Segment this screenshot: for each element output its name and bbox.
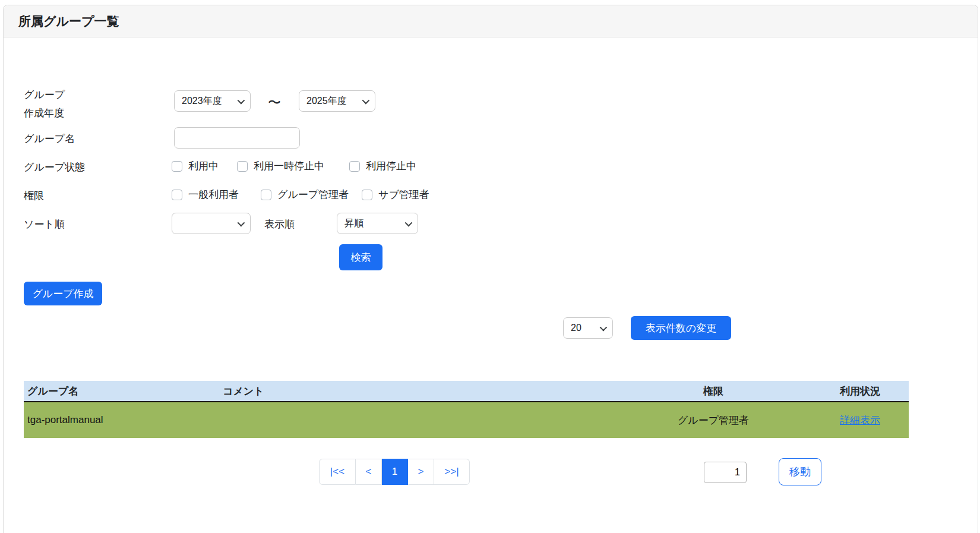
status-stopped-label: 利用停止中	[366, 159, 416, 173]
sort-select[interactable]	[172, 213, 251, 234]
cell-role: グループ管理者	[615, 414, 811, 427]
order-label: 表示順	[264, 217, 295, 231]
checkbox-status-stopped[interactable]	[349, 161, 360, 172]
order-value: 昇順	[344, 217, 363, 230]
group-name-label: グループ名	[24, 132, 75, 146]
col-header-usage: 利用状況	[811, 384, 909, 398]
group-list-card: 所属グループ一覧	[3, 5, 978, 533]
year-to-value: 2025年度	[306, 95, 347, 108]
role-option-sub-admin: サブ管理者	[362, 188, 429, 201]
checkbox-status-active[interactable]	[172, 161, 182, 172]
year-range-label-line1: グループ	[24, 86, 65, 104]
chevron-down-icon	[362, 96, 370, 104]
checkbox-role-general[interactable]	[172, 190, 182, 200]
year-range-label-line2: 作成年度	[24, 104, 65, 122]
range-tilde: 〜	[268, 94, 281, 112]
role-option-general: 一般利用者	[172, 188, 239, 201]
search-button[interactable]: 検索	[339, 244, 382, 270]
col-header-group-name: グループ名	[24, 384, 223, 398]
cell-group-name: tga-portalmanual	[24, 414, 223, 426]
group-status-label: グループ状態	[24, 160, 85, 174]
year-from-value: 2023年度	[182, 95, 222, 108]
table-row: tga-portalmanual グループ管理者 詳細表示	[24, 402, 909, 438]
page-current-button[interactable]: 1	[382, 459, 408, 485]
checkbox-role-group-admin[interactable]	[261, 190, 271, 200]
create-group-button[interactable]: グループ作成	[24, 282, 102, 305]
col-header-comment: コメント	[223, 384, 615, 398]
order-select[interactable]: 昇順	[337, 213, 418, 234]
role-option-group-admin: グループ管理者	[261, 188, 349, 201]
year-from-select[interactable]: 2023年度	[174, 90, 251, 112]
page-prev-button[interactable]: <	[356, 459, 382, 485]
table-header-row: グループ名 コメント 権限 利用状況	[24, 381, 909, 402]
pagination: |<< < 1 > >>|	[319, 459, 470, 485]
group-table: グループ名 コメント 権限 利用状況 tga-portalmanual グループ…	[24, 381, 909, 438]
chevron-down-icon	[405, 219, 413, 226]
page-last-button[interactable]: >>|	[434, 459, 470, 485]
role-sub-admin-label: サブ管理者	[378, 188, 429, 201]
chevron-down-icon	[600, 323, 608, 331]
year-range-label: グループ 作成年度	[24, 86, 65, 122]
checkbox-status-paused[interactable]	[237, 161, 248, 172]
page-jump-input[interactable]	[704, 462, 747, 483]
chevron-down-icon	[238, 96, 245, 104]
role-label: 権限	[24, 189, 44, 203]
page-size-select[interactable]: 20	[563, 317, 613, 339]
cell-usage: 詳細表示	[811, 414, 909, 427]
group-name-input[interactable]	[174, 127, 300, 149]
status-active-label: 利用中	[188, 159, 219, 173]
page-header: 所属グループ一覧	[4, 5, 978, 37]
year-to-select[interactable]: 2025年度	[299, 90, 375, 112]
page-first-button[interactable]: |<<	[319, 459, 356, 485]
page-size-value: 20	[571, 323, 581, 333]
sort-label: ソート順	[24, 217, 65, 231]
checkbox-role-sub-admin[interactable]	[362, 190, 372, 200]
status-option-paused: 利用一時停止中	[237, 159, 324, 173]
change-page-size-button[interactable]: 表示件数の変更	[631, 316, 731, 340]
col-header-role: 権限	[615, 384, 811, 398]
role-group-admin-label: グループ管理者	[277, 188, 349, 201]
detail-view-link[interactable]: 詳細表示	[840, 415, 880, 426]
page-root: 所属グループ一覧 グループ 作成年度 2023年度 〜 2025年度 グループ名…	[0, 0, 980, 533]
status-paused-label: 利用一時停止中	[254, 159, 324, 173]
chevron-down-icon	[238, 219, 245, 226]
status-option-active: 利用中	[172, 159, 219, 173]
role-general-label: 一般利用者	[188, 188, 239, 201]
page-jump-button[interactable]: 移動	[779, 458, 821, 485]
page-title: 所属グループ一覧	[18, 13, 119, 30]
status-option-stopped: 利用停止中	[349, 159, 416, 173]
page-next-button[interactable]: >	[408, 459, 434, 485]
